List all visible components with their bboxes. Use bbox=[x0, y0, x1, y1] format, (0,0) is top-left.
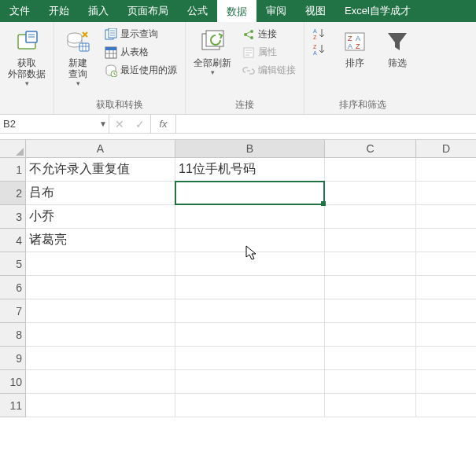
cell-B9[interactable] bbox=[175, 347, 325, 370]
row-header-4[interactable]: 4 bbox=[0, 229, 26, 252]
formula-input[interactable] bbox=[176, 115, 476, 133]
cell-D5[interactable] bbox=[416, 252, 476, 276]
recent-sources-button[interactable]: 最近使用的源 bbox=[101, 62, 180, 79]
cell-B2[interactable] bbox=[175, 182, 325, 205]
row-header-7[interactable]: 7 bbox=[0, 299, 26, 323]
properties-icon bbox=[242, 46, 255, 59]
get-data-label: 获取外部数据 bbox=[8, 57, 46, 79]
cell-D1[interactable] bbox=[416, 158, 476, 182]
cell-D7[interactable] bbox=[416, 299, 476, 323]
cell-A1[interactable]: 不允许录入重复值 bbox=[26, 158, 175, 182]
tab-review[interactable]: 审阅 bbox=[256, 0, 296, 22]
filter-icon bbox=[386, 28, 408, 56]
sort-za-button[interactable]: ZA bbox=[309, 42, 331, 57]
show-queries-icon bbox=[105, 28, 117, 41]
properties-button: 属性 bbox=[239, 44, 299, 61]
enter-formula-button[interactable]: ✓ bbox=[130, 115, 150, 133]
cell-A5[interactable] bbox=[26, 252, 175, 276]
formula-buttons: ✕ ✓ bbox=[109, 115, 151, 133]
cell-C8[interactable] bbox=[325, 323, 416, 347]
row-header-10[interactable]: 10 bbox=[0, 370, 26, 394]
edit-links-label: 编辑链接 bbox=[258, 64, 296, 77]
from-table-button[interactable]: 从表格 bbox=[101, 44, 180, 61]
refresh-all-label: 全部刷新 bbox=[194, 57, 231, 68]
cell-A4[interactable]: 诸葛亮 bbox=[26, 229, 175, 252]
tab-file[interactable]: 文件 bbox=[0, 0, 39, 22]
select-all-corner[interactable] bbox=[0, 140, 26, 158]
group-sort-filter: AZ ZA ZAAZ 排序 筛选 排序和筛选 bbox=[304, 22, 421, 114]
sort-button[interactable]: ZAAZ 排序 bbox=[336, 24, 374, 68]
cell-C2[interactable] bbox=[325, 182, 416, 205]
connections-button[interactable]: 连接 bbox=[239, 26, 299, 42]
col-header-D[interactable]: D bbox=[416, 140, 476, 158]
cell-A11[interactable] bbox=[26, 394, 175, 417]
refresh-all-button[interactable]: 全部刷新 bbox=[190, 24, 234, 76]
cell-A6[interactable] bbox=[26, 276, 175, 299]
cell-B4[interactable] bbox=[175, 229, 325, 252]
cell-C10[interactable] bbox=[325, 370, 416, 394]
new-query-button[interactable]: 新建查询 bbox=[59, 24, 97, 87]
name-box-dropdown[interactable]: ▼ bbox=[99, 119, 107, 128]
row-header-2[interactable]: 2 bbox=[0, 182, 26, 205]
tab-home[interactable]: 开始 bbox=[39, 0, 79, 22]
cell-C7[interactable] bbox=[325, 299, 416, 323]
col-header-B[interactable]: B bbox=[175, 140, 325, 158]
tab-page-layout[interactable]: 页面布局 bbox=[118, 0, 178, 22]
cell-B10[interactable] bbox=[175, 370, 325, 394]
from-table-label: 从表格 bbox=[120, 46, 149, 59]
tab-excel-self[interactable]: Excel自学成才 bbox=[335, 0, 420, 22]
cell-B3[interactable] bbox=[175, 205, 325, 229]
cell-C9[interactable] bbox=[325, 347, 416, 370]
cell-D11[interactable] bbox=[416, 394, 476, 417]
cell-B6[interactable] bbox=[175, 276, 325, 299]
cell-A3[interactable]: 小乔 bbox=[26, 205, 175, 229]
cell-D10[interactable] bbox=[416, 370, 476, 394]
get-external-data-button[interactable]: 获取外部数据 bbox=[5, 24, 49, 87]
row-header-3[interactable]: 3 bbox=[0, 205, 26, 229]
cell-D6[interactable] bbox=[416, 276, 476, 299]
group-transform-label: 获取和转换 bbox=[59, 97, 180, 114]
col-header-A[interactable]: A bbox=[26, 140, 175, 158]
tab-insert[interactable]: 插入 bbox=[79, 0, 118, 22]
row-header-8[interactable]: 8 bbox=[0, 323, 26, 347]
cancel-formula-button[interactable]: ✕ bbox=[109, 115, 130, 133]
row-header-1[interactable]: 1 bbox=[0, 158, 26, 182]
cell-C11[interactable] bbox=[325, 394, 416, 417]
row-header-11[interactable]: 11 bbox=[0, 394, 26, 417]
cell-B1[interactable]: 11位手机号码 bbox=[175, 158, 325, 182]
cell-D4[interactable] bbox=[416, 229, 476, 252]
get-data-icon bbox=[15, 28, 39, 56]
cell-C5[interactable] bbox=[325, 252, 416, 276]
cell-D2[interactable] bbox=[416, 182, 476, 205]
col-header-C[interactable]: C bbox=[325, 140, 416, 158]
cell-B7[interactable] bbox=[175, 299, 325, 323]
cell-B11[interactable] bbox=[175, 394, 325, 417]
sort-az-button[interactable]: AZ bbox=[309, 26, 331, 42]
tab-data[interactable]: 数据 bbox=[217, 0, 256, 22]
cell-C3[interactable] bbox=[325, 205, 416, 229]
tab-view[interactable]: 视图 bbox=[296, 0, 335, 22]
cell-C1[interactable] bbox=[325, 158, 416, 182]
row-header-6[interactable]: 6 bbox=[0, 276, 26, 299]
cell-C4[interactable] bbox=[325, 229, 416, 252]
insert-function-button[interactable]: fx bbox=[151, 115, 176, 133]
row-header-9[interactable]: 9 bbox=[0, 347, 26, 370]
name-box[interactable] bbox=[3, 118, 105, 130]
cell-A7[interactable] bbox=[26, 299, 175, 323]
ribbon: 获取外部数据 新建查询 显示查询 从表格 bbox=[0, 22, 476, 115]
cell-A2[interactable]: 吕布 bbox=[26, 182, 175, 205]
row-header-5[interactable]: 5 bbox=[0, 252, 26, 276]
cell-A9[interactable] bbox=[26, 347, 175, 370]
filter-button[interactable]: 筛选 bbox=[378, 24, 416, 68]
tab-formulas[interactable]: 公式 bbox=[178, 0, 217, 22]
cell-D9[interactable] bbox=[416, 347, 476, 370]
cell-C6[interactable] bbox=[325, 276, 416, 299]
cell-B5[interactable] bbox=[175, 252, 325, 276]
show-queries-button[interactable]: 显示查询 bbox=[101, 26, 180, 42]
properties-label: 属性 bbox=[258, 46, 277, 59]
cell-D8[interactable] bbox=[416, 323, 476, 347]
cell-A10[interactable] bbox=[26, 370, 175, 394]
cell-B8[interactable] bbox=[175, 323, 325, 347]
cell-A8[interactable] bbox=[26, 323, 175, 347]
cell-D3[interactable] bbox=[416, 205, 476, 229]
